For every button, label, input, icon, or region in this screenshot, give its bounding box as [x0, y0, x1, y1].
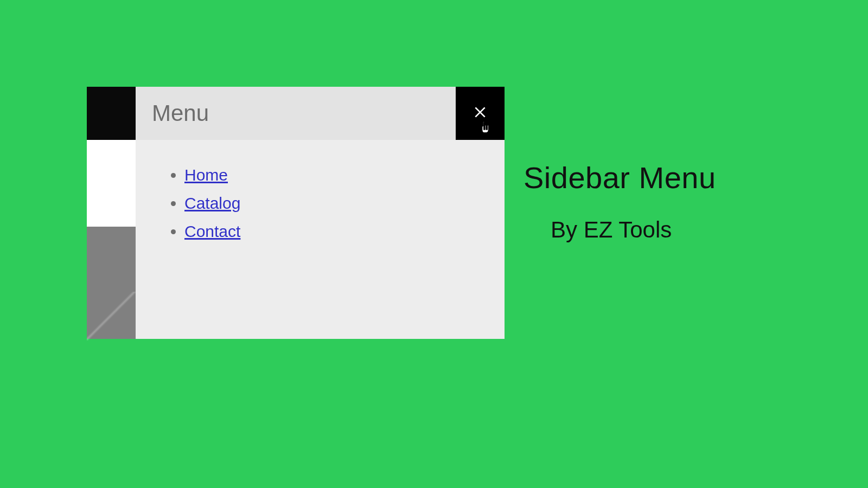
sidebar-menu-list: Home Catalog Contact — [136, 140, 505, 241]
close-button[interactable] — [456, 87, 505, 140]
sidebar-item-catalog[interactable]: Catalog — [184, 194, 240, 212]
close-icon — [473, 105, 487, 121]
sidebar-title: Menu — [152, 100, 209, 126]
sidebar-item-contact[interactable]: Contact — [184, 222, 240, 240]
list-item: Contact — [184, 222, 505, 241]
sidebar-header: Menu — [136, 87, 505, 140]
sidebar-panel: Menu Home Catalog Contact — [136, 87, 505, 339]
list-item: Catalog — [184, 194, 505, 213]
list-item: Home — [184, 166, 505, 184]
slide-caption: Sidebar Menu By EZ Tools — [524, 160, 716, 243]
pointer-cursor-icon — [478, 120, 492, 137]
caption-subtitle: By EZ Tools — [551, 217, 716, 243]
sidebar-item-home[interactable]: Home — [184, 166, 228, 184]
caption-title: Sidebar Menu — [524, 160, 716, 195]
sidebar-menu-screenshot: Menu Home Catalog Contact — [87, 87, 505, 339]
background-page-strip — [87, 87, 136, 339]
